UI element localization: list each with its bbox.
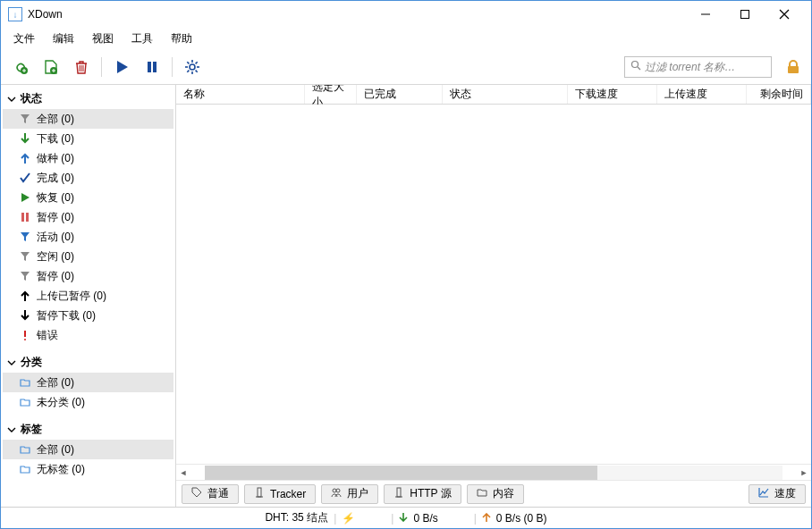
- column-eta[interactable]: 剩余时间: [747, 85, 811, 104]
- sidebar-item[interactable]: 全部 (0): [3, 440, 173, 459]
- detail-tabs: 普通 Tracker 用户 HTTP 源 内容 速度: [176, 480, 811, 507]
- sidebar[interactable]: 状态 全部 (0)下载 (0)做种 (0)完成 (0)恢复 (0)暂停 (0)活…: [1, 85, 176, 507]
- filter-gray-icon: [19, 270, 31, 282]
- column-status[interactable]: 状态: [443, 85, 568, 104]
- status-dht-text: DHT: 35 结点: [265, 510, 328, 525]
- folder-blue-icon: [19, 443, 31, 456]
- menu-help[interactable]: 帮助: [164, 29, 199, 48]
- column-name[interactable]: 名称: [176, 85, 305, 104]
- table-body[interactable]: [176, 105, 811, 464]
- tab-label: Tracker: [270, 488, 306, 500]
- filter-gray-icon: [19, 250, 31, 263]
- sidebar-item[interactable]: 错误: [3, 325, 173, 345]
- sidebar-item-label: 空闲 (0): [37, 248, 74, 264]
- svg-line-25: [638, 67, 640, 70]
- search-icon: [630, 60, 641, 73]
- tab-label: 普通: [207, 486, 229, 501]
- svg-line-20: [187, 62, 189, 63]
- column-completed[interactable]: 已完成: [357, 85, 443, 104]
- sidebar-item-label: 未分类 (0): [37, 394, 85, 410]
- tab-speed[interactable]: 速度: [749, 484, 806, 504]
- pause-button[interactable]: [140, 55, 165, 80]
- sidebar-item[interactable]: 恢复 (0): [3, 188, 173, 207]
- settings-button[interactable]: [180, 55, 205, 80]
- sidebar-item[interactable]: 下载 (0): [3, 129, 173, 148]
- arrow-up-blue-icon: [19, 152, 31, 164]
- check-blue-icon: [19, 172, 31, 184]
- sidebar-item[interactable]: 上传已暂停 (0): [3, 286, 173, 306]
- delete-button[interactable]: [69, 55, 94, 80]
- sidebar-item[interactable]: 完成 (0): [3, 168, 173, 188]
- filter-blue-icon: [19, 231, 31, 243]
- svg-line-22: [187, 70, 189, 71]
- table-header: 名称 选定大小 已完成 状态 下载速度 上传速度 剩余时间: [176, 85, 811, 105]
- sidebar-item[interactable]: 空闲 (0): [3, 247, 173, 266]
- sidebar-item[interactable]: 全部 (0): [3, 373, 173, 392]
- arrow-up-icon: [482, 512, 491, 525]
- scroll-left-button[interactable]: ◄: [176, 466, 190, 480]
- status-down-text: 0 B/s: [413, 512, 437, 525]
- app-icon: ↓: [8, 7, 22, 21]
- plug-icon: ⚡: [342, 512, 355, 525]
- menu-edit[interactable]: 编辑: [46, 29, 81, 48]
- close-button[interactable]: [765, 2, 804, 27]
- add-link-button[interactable]: [8, 55, 33, 80]
- tab-users[interactable]: 用户: [321, 484, 378, 504]
- start-button[interactable]: [109, 55, 134, 80]
- menu-view[interactable]: 视图: [85, 29, 121, 48]
- tab-tracker[interactable]: Tracker: [244, 484, 316, 504]
- sidebar-group-label: 标签: [21, 422, 42, 437]
- menu-file[interactable]: 文件: [6, 29, 42, 48]
- column-down-speed[interactable]: 下载速度: [568, 85, 657, 104]
- scroll-track[interactable]: [205, 466, 782, 480]
- sidebar-item[interactable]: 全部 (0): [3, 109, 173, 129]
- maximize-button[interactable]: [725, 2, 765, 27]
- sidebar-group-category[interactable]: 分类: [3, 352, 173, 373]
- sidebar-item[interactable]: 未分类 (0): [3, 392, 173, 412]
- horizontal-scrollbar[interactable]: ◄ ►: [176, 464, 811, 480]
- pause-red-icon: [19, 211, 31, 223]
- tracker-icon: [254, 487, 265, 500]
- toolbar: [1, 49, 811, 85]
- tab-content[interactable]: 内容: [467, 484, 524, 504]
- sidebar-item[interactable]: 暂停下载 (0): [3, 306, 173, 325]
- scroll-right-button[interactable]: ►: [797, 466, 811, 480]
- minimize-button[interactable]: [686, 2, 725, 27]
- bang-red-icon: [19, 329, 31, 341]
- sidebar-item-label: 暂停 (0): [37, 209, 74, 225]
- svg-point-15: [190, 64, 195, 70]
- column-up-speed[interactable]: 上传速度: [657, 85, 747, 104]
- content-area: 名称 选定大小 已完成 状态 下载速度 上传速度 剩余时间 ◄ ► 普通 Tra…: [176, 85, 811, 507]
- tab-label: HTTP 源: [410, 486, 451, 501]
- search-box[interactable]: [624, 56, 772, 78]
- sidebar-item[interactable]: 暂停 (0): [3, 207, 173, 227]
- svg-rect-27: [21, 213, 24, 222]
- status-down: | 0 B/s: [391, 512, 437, 525]
- tab-label: 速度: [774, 486, 796, 501]
- titlebar: ↓ XDown: [1, 1, 811, 28]
- sidebar-group-label: 状态: [21, 91, 42, 106]
- add-file-button[interactable]: [38, 55, 63, 80]
- status-up-text: 0 B/s (0 B): [496, 512, 547, 525]
- menu-tools[interactable]: 工具: [124, 29, 160, 48]
- sidebar-item[interactable]: 做种 (0): [3, 148, 173, 168]
- sidebar-item[interactable]: 活动 (0): [3, 227, 173, 247]
- column-selected-size[interactable]: 选定大小: [305, 85, 357, 104]
- tab-http-source[interactable]: HTTP 源: [384, 484, 461, 504]
- svg-line-23: [196, 62, 198, 63]
- sidebar-group-tags[interactable]: 标签: [3, 419, 173, 440]
- svg-rect-28: [26, 213, 29, 222]
- sidebar-item[interactable]: 暂停 (0): [3, 266, 173, 286]
- svg-rect-31: [258, 488, 261, 497]
- scroll-thumb[interactable]: [205, 466, 597, 480]
- statusbar: DHT: 35 结点 | ⚡ | 0 B/s | 0 B/s (0 B): [1, 507, 811, 528]
- sidebar-item[interactable]: 无标签 (0): [3, 459, 173, 479]
- svg-point-24: [632, 62, 639, 68]
- search-input[interactable]: [645, 61, 765, 73]
- sidebar-group-status[interactable]: 状态: [3, 88, 173, 109]
- sidebar-item-label: 上传已暂停 (0): [37, 288, 106, 304]
- sidebar-item-label: 无标签 (0): [37, 461, 85, 477]
- lock-icon[interactable]: [782, 56, 804, 78]
- chevron-down-icon: [6, 94, 17, 105]
- tab-general[interactable]: 普通: [182, 484, 239, 504]
